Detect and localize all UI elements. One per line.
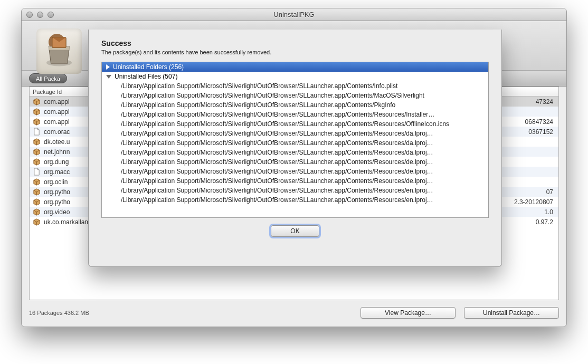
package-box-icon [33, 158, 41, 166]
uninstalled-file-path[interactable]: /Library/Application Support/Microsoft/S… [102, 186, 488, 195]
app-icon [36, 28, 82, 74]
row-tail: 0.97.2 [536, 218, 558, 226]
app-window: UninstallPKG All Packa Package Id com.ap… [21, 8, 567, 327]
file-list: /Library/Application Support/Microsoft/S… [102, 81, 488, 205]
uninstalled-files-row[interactable]: Uninstalled Files (507) [102, 72, 488, 81]
titlebar[interactable]: UninstallPKG [22, 8, 566, 21]
success-sheet: Success The package(s) and its contents … [88, 30, 502, 267]
uninstalled-file-path[interactable]: /Library/Application Support/Microsoft/S… [102, 81, 488, 91]
row-tail: 47324 [536, 98, 558, 106]
package-box-icon [33, 138, 41, 146]
package-trash-icon [41, 33, 78, 70]
uninstalled-file-path[interactable]: /Library/Application Support/Microsoft/S… [102, 100, 488, 110]
uninstall-package-button[interactable]: Uninstall Package… [464, 307, 559, 319]
document-icon [33, 128, 41, 136]
uninstalled-file-path[interactable]: /Library/Application Support/Microsoft/S… [102, 119, 488, 129]
uninstalled-files-label: Uninstalled Files (507) [115, 73, 177, 80]
uninstalled-file-path[interactable]: /Library/Application Support/Microsoft/S… [102, 138, 488, 148]
uninstalled-file-path[interactable]: /Library/Application Support/Microsoft/S… [102, 129, 488, 138]
uninstalled-file-path[interactable]: /Library/Application Support/Microsoft/S… [102, 148, 488, 157]
uninstalled-file-path[interactable]: /Library/Application Support/Microsoft/S… [102, 167, 488, 176]
row-tail: 1.0 [544, 208, 558, 216]
package-box-icon [33, 148, 41, 156]
uninstalled-folders-label: Uninstalled Folders (256) [113, 63, 184, 71]
package-box-icon [33, 108, 41, 116]
package-box-icon [33, 178, 41, 186]
tab-all-packages[interactable]: All Packa [29, 73, 67, 83]
status-count-text: 16 Packages 436.2 MB [29, 310, 89, 316]
status-bar: 16 Packages 436.2 MB View Package… Unins… [29, 304, 559, 321]
row-tail: 0367152 [528, 128, 558, 136]
disclosure-open-icon[interactable] [106, 75, 111, 79]
package-box-icon [33, 208, 41, 216]
window-title: UninstallPKG [22, 11, 566, 18]
sheet-subtitle: The package(s) and its contents have bee… [101, 49, 489, 55]
package-box-icon [33, 98, 41, 106]
uninstalled-file-path[interactable]: /Library/Application Support/Microsoft/S… [102, 110, 488, 119]
uninstalled-file-path[interactable]: /Library/Application Support/Microsoft/S… [102, 176, 488, 186]
package-box-icon [33, 218, 41, 226]
row-tail: 06847324 [525, 118, 558, 126]
uninstalled-file-path[interactable]: /Library/Application Support/Microsoft/S… [102, 195, 488, 205]
disclosure-closed-icon[interactable] [106, 64, 110, 70]
sheet-title: Success [101, 39, 489, 47]
uninstalled-folders-row[interactable]: Uninstalled Folders (256) [102, 62, 488, 72]
view-package-button[interactable]: View Package… [361, 307, 456, 319]
package-box-icon [33, 118, 41, 126]
row-tail: 07 [546, 188, 558, 196]
uninstalled-file-path[interactable]: /Library/Application Support/Microsoft/S… [102, 157, 488, 167]
document-icon [33, 168, 41, 176]
uninstalled-file-path[interactable]: /Library/Application Support/Microsoft/S… [102, 91, 488, 100]
uninstall-results-list[interactable]: Uninstalled Folders (256) Uninstalled Fi… [101, 62, 489, 218]
row-tail: 2.3-20120807 [514, 198, 558, 206]
package-box-icon [33, 198, 41, 206]
package-box-icon [33, 188, 41, 196]
ok-button[interactable]: OK [271, 225, 319, 237]
